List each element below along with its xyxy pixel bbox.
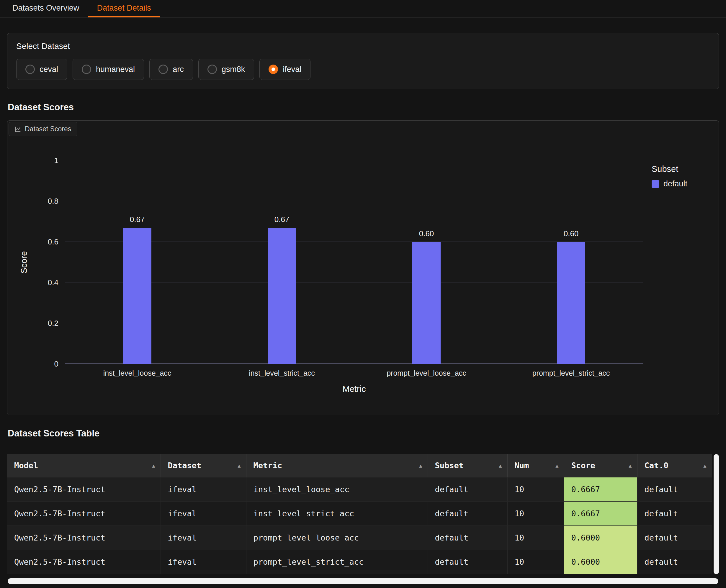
chart-icon (15, 126, 21, 132)
radio-icon (268, 65, 278, 74)
legend-title: Subset (652, 164, 687, 174)
cell-model: Qwen2.5-7B-Instruct (7, 525, 161, 550)
radio-label: gsm8k (222, 65, 245, 74)
cell-score: 0.6000 (564, 525, 637, 550)
bar-slot: 0.67 (209, 161, 354, 364)
cell-model: Qwen2.5-7B-Instruct (7, 477, 161, 501)
column-header-cat0[interactable]: Cat.0▲ (637, 454, 712, 477)
cell-num: 10 (507, 550, 564, 574)
x-axis-title: Metric (65, 384, 643, 394)
x-tick-label: prompt_level_strict_acc (499, 369, 643, 377)
cell-metric: prompt_level_loose_acc (246, 525, 428, 550)
sort-icon[interactable]: ▲ (152, 463, 155, 468)
chart-legend: Subset default (652, 164, 687, 188)
dataset-scores-table: Model▲ Dataset▲ Metric▲ Subset▲ Num▲ Sco… (7, 454, 719, 574)
y-tick-label: 0.4 (48, 278, 58, 287)
cell-cat0: default (637, 477, 712, 501)
column-header-metric[interactable]: Metric▲ (246, 454, 428, 477)
horizontal-scrollbar[interactable] (8, 578, 718, 584)
sort-icon[interactable]: ▲ (629, 463, 631, 468)
table-row: Qwen2.5-7B-Instruct ifeval prompt_level_… (7, 525, 712, 550)
tab-dataset-details[interactable]: Dataset Details (88, 0, 160, 17)
bar-inst-level-strict-acc: 0.67 (268, 228, 296, 364)
column-header-num[interactable]: Num▲ (507, 454, 564, 477)
cell-subset: default (428, 501, 507, 525)
y-tick-label: 0.8 (48, 197, 58, 206)
cell-cat0: default (637, 525, 712, 550)
radio-option-gsm8k[interactable]: gsm8k (198, 59, 255, 80)
cell-cat0: default (637, 501, 712, 525)
sort-icon[interactable]: ▲ (556, 463, 558, 468)
y-tick-label: 0 (54, 359, 58, 369)
radio-icon (159, 65, 168, 74)
table-row: Qwen2.5-7B-Instruct ifeval prompt_level_… (7, 550, 712, 574)
cell-model: Qwen2.5-7B-Instruct (7, 501, 161, 525)
sort-icon[interactable]: ▲ (499, 463, 502, 468)
legend-entry-label: default (663, 179, 687, 188)
cell-score: 0.6667 (564, 501, 637, 525)
bar-slot: 0.60 (354, 161, 499, 364)
cell-subset: default (428, 477, 507, 501)
cell-model: Qwen2.5-7B-Instruct (7, 550, 161, 574)
sort-icon[interactable]: ▲ (238, 463, 241, 468)
radio-label: humaneval (96, 65, 135, 74)
column-header-dataset[interactable]: Dataset▲ (161, 454, 246, 477)
column-header-model[interactable]: Model▲ (7, 454, 161, 477)
radio-option-arc[interactable]: arc (149, 59, 193, 80)
table-heading: Dataset Scores Table (8, 428, 726, 439)
bar-value-label: 0.67 (130, 215, 145, 224)
legend-swatch-icon (652, 180, 659, 188)
cell-score: 0.6000 (564, 550, 637, 574)
tab-datasets-overview[interactable]: Datasets Overview (3, 0, 88, 17)
tab-bar: Datasets Overview Dataset Details (0, 0, 726, 18)
vertical-scrollbar[interactable] (713, 454, 719, 574)
legend-entry-default[interactable]: default (652, 179, 687, 188)
column-header-subset[interactable]: Subset▲ (428, 454, 507, 477)
y-tick-label: 1 (54, 156, 58, 165)
cell-metric: inst_level_strict_acc (246, 501, 428, 525)
bar-prompt-level-loose-acc: 0.60 (412, 242, 441, 364)
cell-metric: prompt_level_strict_acc (246, 550, 428, 574)
scores-heading: Dataset Scores (8, 102, 726, 113)
radio-icon (25, 65, 35, 74)
cell-num: 10 (507, 525, 564, 550)
radio-option-ifeval[interactable]: ifeval (259, 59, 310, 80)
radio-icon (207, 65, 217, 74)
radio-label: ceval (40, 65, 58, 74)
column-header-score[interactable]: Score▲ (564, 454, 637, 477)
radio-option-humaneval[interactable]: humaneval (73, 59, 144, 80)
bar-slot: 0.67 (65, 161, 209, 364)
cell-dataset: ifeval (161, 501, 246, 525)
radio-label: arc (173, 65, 184, 74)
bar-chart-plot-area: 0 0.2 0.4 0.6 0.8 1 0.67 0.67 0.60 0.60 (65, 161, 643, 364)
bar-value-label: 0.67 (275, 215, 289, 224)
select-dataset-label: Select Dataset (16, 42, 710, 51)
cell-subset: default (428, 525, 507, 550)
x-tick-label: prompt_level_loose_acc (354, 369, 499, 377)
chart-panel-label: Dataset Scores (8, 122, 77, 136)
cell-dataset: ifeval (161, 550, 246, 574)
y-axis-title: Score (17, 161, 31, 364)
x-tick-label: inst_level_loose_acc (65, 369, 209, 377)
dataset-radio-group: ceval humaneval arc gsm8k ifeval (16, 59, 710, 80)
cell-subset: default (428, 550, 507, 574)
cell-dataset: ifeval (161, 477, 246, 501)
table-row: Qwen2.5-7B-Instruct ifeval inst_level_st… (7, 501, 712, 525)
x-tick-labels: inst_level_loose_acc inst_level_strict_a… (65, 369, 643, 379)
chart-panel-label-text: Dataset Scores (25, 125, 71, 133)
radio-option-ceval[interactable]: ceval (16, 59, 67, 80)
dataset-scores-chart-panel: Dataset Scores Score 0 0.2 0.4 0.6 0.8 1… (7, 120, 719, 415)
select-dataset-panel: Select Dataset ceval humaneval arc gsm8k… (7, 33, 719, 89)
bar-prompt-level-strict-acc: 0.60 (557, 242, 585, 364)
cell-num: 10 (507, 477, 564, 501)
cell-cat0: default (637, 550, 712, 574)
cell-metric: inst_level_loose_acc (246, 477, 428, 501)
bar-inst-level-loose-acc: 0.67 (123, 228, 152, 364)
sort-icon[interactable]: ▲ (419, 463, 422, 468)
y-tick-label: 0.6 (48, 237, 58, 247)
bar-value-label: 0.60 (564, 229, 579, 238)
sort-icon[interactable]: ▲ (703, 463, 706, 468)
cell-num: 10 (507, 501, 564, 525)
table-row: Qwen2.5-7B-Instruct ifeval inst_level_lo… (7, 477, 712, 501)
radio-label: ifeval (283, 65, 301, 74)
